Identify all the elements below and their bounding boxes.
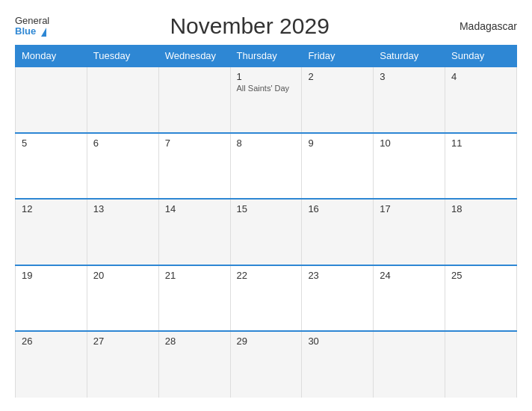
- day-number: 23: [308, 270, 367, 281]
- calendar-week-row: 1All Saints' Day234: [16, 67, 517, 133]
- day-number: 3: [380, 71, 439, 82]
- col-monday: Monday: [16, 46, 87, 67]
- col-tuesday: Tuesday: [87, 46, 158, 67]
- table-row: [87, 67, 158, 133]
- table-row: 19: [16, 265, 87, 332]
- logo-line2: Blue: [15, 26, 46, 37]
- calendar-week-row: 567891011: [16, 133, 517, 200]
- table-row: 3: [374, 67, 445, 133]
- table-row: 7: [158, 133, 230, 200]
- table-row: 30: [302, 331, 374, 398]
- table-row: 17: [374, 199, 445, 265]
- table-row: 27: [87, 331, 158, 398]
- calendar-week-row: 12131415161718: [16, 199, 517, 265]
- calendar-header-row: Monday Tuesday Wednesday Thursday Friday…: [16, 46, 517, 67]
- day-number: 26: [22, 336, 81, 347]
- day-number: 17: [380, 203, 439, 214]
- table-row: [445, 331, 517, 398]
- day-number: 28: [165, 336, 224, 347]
- calendar-week-row: 19202122232425: [16, 265, 517, 332]
- day-number: 20: [93, 270, 152, 281]
- table-row: 12: [16, 199, 87, 265]
- day-number: 29: [237, 336, 296, 347]
- day-number: 7: [165, 137, 224, 149]
- calendar-table: Monday Tuesday Wednesday Thursday Friday…: [15, 45, 517, 398]
- holiday-name: All Saints' Day: [237, 84, 296, 93]
- day-number: 25: [451, 270, 510, 281]
- table-row: 21: [158, 265, 230, 332]
- table-row: 8: [230, 133, 302, 200]
- day-number: 10: [380, 137, 439, 149]
- col-friday: Friday: [302, 46, 374, 67]
- table-row: [158, 67, 230, 133]
- logo-triangle-icon: [41, 28, 46, 37]
- table-row: 29: [230, 331, 302, 398]
- table-row: 1All Saints' Day: [230, 67, 302, 133]
- month-title: November 2029: [49, 13, 450, 39]
- day-number: 21: [165, 270, 224, 281]
- table-row: 5: [16, 133, 87, 200]
- col-sunday: Sunday: [445, 46, 517, 67]
- day-number: 18: [451, 203, 510, 214]
- table-row: [16, 67, 87, 133]
- day-number: 12: [22, 203, 81, 214]
- day-number: 11: [451, 137, 510, 149]
- logo: General Blue: [15, 16, 49, 37]
- table-row: 25: [445, 265, 517, 332]
- table-row: 18: [445, 199, 517, 265]
- day-number: 24: [380, 270, 439, 281]
- col-wednesday: Wednesday: [158, 46, 230, 67]
- top-bar: General Blue November 2029 Madagascar: [15, 13, 517, 39]
- table-row: 26: [16, 331, 87, 398]
- table-row: 20: [87, 265, 158, 332]
- table-row: 24: [374, 265, 445, 332]
- day-number: 22: [237, 270, 296, 281]
- table-row: 16: [302, 199, 374, 265]
- table-row: 6: [87, 133, 158, 200]
- day-number: 13: [93, 203, 152, 214]
- logo-line1: General: [15, 16, 49, 26]
- day-number: 27: [93, 336, 152, 347]
- table-row: [374, 331, 445, 398]
- day-number: 6: [93, 137, 152, 149]
- table-row: 11: [445, 133, 517, 200]
- table-row: 10: [374, 133, 445, 200]
- table-row: 2: [302, 67, 374, 133]
- country-label: Madagascar: [450, 20, 517, 32]
- col-saturday: Saturday: [374, 46, 445, 67]
- table-row: 9: [302, 133, 374, 200]
- table-row: 28: [158, 331, 230, 398]
- table-row: 4: [445, 67, 517, 133]
- day-number: 14: [165, 203, 224, 214]
- day-number: 16: [308, 203, 367, 214]
- day-number: 4: [451, 71, 510, 82]
- day-number: 30: [308, 336, 367, 347]
- col-thursday: Thursday: [230, 46, 302, 67]
- table-row: 22: [230, 265, 302, 332]
- calendar-week-row: 2627282930: [16, 331, 517, 398]
- table-row: 13: [87, 199, 158, 265]
- day-number: 19: [22, 270, 81, 281]
- day-number: 2: [308, 71, 367, 82]
- day-number: 1: [237, 71, 296, 82]
- table-row: 23: [302, 265, 374, 332]
- day-number: 5: [22, 137, 81, 149]
- day-number: 8: [237, 137, 296, 149]
- table-row: 14: [158, 199, 230, 265]
- day-number: 15: [237, 203, 296, 214]
- day-number: 9: [308, 137, 367, 149]
- table-row: 15: [230, 199, 302, 265]
